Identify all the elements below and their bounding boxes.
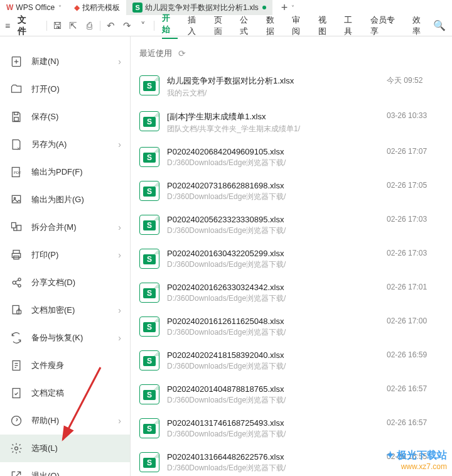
spreadsheet-icon: S [132, 3, 143, 13]
sidebar-item-9[interactable]: 文档加密(E)› [0, 296, 130, 324]
sidebar-icon [9, 221, 24, 234]
menu-page[interactable]: 页面 [214, 14, 230, 37]
file-row[interactable]: SP020240206842049609105.xlsxD:/360Downlo… [139, 142, 443, 176]
file-row[interactable]: SP020240202418158392040.xlsxD:/360Downlo… [139, 345, 443, 379]
file-row[interactable]: SP020240205623323330895.xlsxD:/360Downlo… [139, 210, 443, 244]
plus-icon: + [281, 1, 288, 14]
sidebar-icon [9, 193, 24, 206]
save-icon[interactable]: 🖫 [50, 20, 66, 31]
file-row[interactable]: SP020240201630432205299.xlsxD:/360Downlo… [139, 244, 443, 278]
hamburger-icon[interactable]: ≡ [5, 21, 10, 31]
file-row[interactable]: SP020240201626330324342.xlsxD:/360Downlo… [139, 278, 443, 311]
chevron-right-icon: › [118, 57, 121, 67]
file-time: 02-26 16:57 [387, 418, 443, 427]
menu-vip[interactable]: 会员专享 [370, 14, 402, 37]
sidebar-item-13[interactable]: 帮助(H)› [0, 407, 130, 435]
file-info: P020240201612611625048.xlsxD:/360Downloa… [167, 316, 387, 338]
file-type-icon: S [139, 215, 159, 235]
menu-start[interactable]: 开始 [162, 13, 178, 39]
sidebar-label: 打印(P) [31, 249, 58, 261]
chevron-down-icon: ˅ [291, 4, 294, 11]
file-info: P020240131664482622576.xlsxD:/360Downloa… [167, 452, 387, 473]
file-path: D:/360Downloads/Edge浏览器下载/ [167, 293, 387, 304]
menu-review[interactable]: 审阅 [292, 14, 308, 37]
file-info: P020240201404878818765.xlsxD:/360Downloa… [167, 384, 387, 406]
toolbar: ≡ 文件 🖫 ⇱ ⎙ ↶ ↷ ˅ 开始 插入 页面 公式 数据 审阅 视图 工具… [0, 15, 452, 36]
chevron-right-icon: › [118, 416, 121, 426]
menu-efficiency[interactable]: 效率 [412, 14, 429, 37]
sidebar-item-1[interactable]: 打开(O) [0, 75, 130, 103]
file-type-icon: S [139, 249, 159, 269]
separator [46, 21, 47, 31]
menu-insert[interactable]: 插入 [188, 14, 204, 37]
chevron-right-icon: › [118, 305, 121, 315]
file-name: P020240205623323330895.xlsx [167, 215, 387, 224]
undo-icon[interactable]: ↶ [103, 20, 119, 31]
sidebar-item-5[interactable]: 输出为图片(G) [0, 186, 130, 214]
file-type-icon: S [139, 75, 159, 95]
file-name: P020240207318662881698.xlsx [167, 181, 387, 190]
menu-formula[interactable]: 公式 [240, 14, 256, 37]
sidebar-item-10[interactable]: 备份与恢复(K)› [0, 324, 130, 352]
file-row[interactable]: SP020240207318662881698.xlsxD:/360Downlo… [139, 176, 443, 210]
svg-rect-2 [14, 117, 19, 121]
sidebar-item-15[interactable]: 退出(O) [0, 462, 130, 476]
export-icon[interactable]: ⇱ [65, 20, 82, 31]
watermark-title: ✦ 极光下载站 [386, 449, 447, 462]
sidebar-icon [9, 387, 24, 399]
redo-icon[interactable]: ↷ [119, 20, 136, 31]
sidebar-item-0[interactable]: 新建(N)› [0, 48, 130, 75]
sidebar-item-14[interactable]: 选项(L) [0, 435, 130, 462]
file-row[interactable]: SP020240201404878818765.xlsxD:/360Downlo… [139, 379, 443, 413]
sidebar-item-4[interactable]: PDF输出为PDF(F) [0, 158, 130, 186]
file-row[interactable]: SP020240131746168725493.xlsxD:/360Downlo… [139, 413, 443, 447]
dropdown-icon[interactable]: ˅ [135, 20, 151, 31]
file-type-icon: S [139, 384, 159, 404]
file-path: D:/360Downloads/Edge浏览器下载/ [167, 361, 387, 372]
new-tab-button[interactable]: + ˅ [272, 0, 304, 15]
svg-point-13 [18, 278, 21, 281]
menu-tools[interactable]: 工具 [344, 14, 360, 37]
sidebar-item-7[interactable]: 打印(P)› [0, 241, 130, 269]
file-time: 02-26 17:03 [387, 249, 443, 257]
file-name: P020240206842049609105.xlsx [167, 147, 387, 156]
template-tab[interactable]: ◆ 找稻壳模板 [68, 0, 126, 15]
sidebar-item-3[interactable]: 另存为(A)› [0, 131, 130, 158]
main-content: 新建(N)›打开(O)保存(S)另存为(A)›PDF输出为PDF(F)输出为图片… [0, 36, 452, 476]
chevron-right-icon: › [118, 250, 121, 260]
file-row[interactable]: SP020240201612611625048.xlsxD:/360Downlo… [139, 311, 443, 345]
sidebar-item-12[interactable]: 文档定稿 [0, 379, 130, 407]
file-path: D:/360Downloads/Edge浏览器下载/ [167, 192, 387, 202]
file-type-icon: S [139, 350, 159, 371]
template-icon: ◆ [74, 3, 80, 12]
file-row[interactable]: S[副本]学生期末成绩单1.xlsx团队文档/共享文件夹_学生期末成绩单1/03… [139, 106, 443, 142]
sidebar-icon [9, 332, 24, 344]
file-path: D:/360Downloads/Edge浏览器下载/ [167, 429, 387, 440]
separator [154, 21, 154, 31]
file-path: D:/360Downloads/Edge浏览器下载/ [167, 395, 387, 406]
chevron-right-icon: › [118, 139, 121, 149]
sidebar-label: 打开(O) [31, 84, 60, 95]
titlebar: W WPS Office ˅ ◆ 找稻壳模板 S 幼儿园竞争对手数据对比分析1.… [0, 0, 452, 15]
file-type-icon: S [139, 316, 159, 337]
file-row[interactable]: S幼儿园竞争对手数据对比分析1.xlsx我的云文档/今天 09:52 [139, 70, 443, 106]
menu-view[interactable]: 视图 [318, 14, 335, 37]
sidebar-item-11[interactable]: 文件瘦身 [0, 352, 130, 379]
sidebar-label: 另存为(A) [31, 139, 67, 150]
file-menu-button[interactable]: 文件 [14, 13, 38, 39]
file-path: D:/360Downloads/Edge浏览器下载/ [167, 225, 387, 236]
recent-header: 最近使用 ⟳ [139, 48, 443, 59]
watermark: ✦ 极光下载站 www.xz7.com [386, 449, 447, 471]
document-tab[interactable]: S 幼儿园竞争对手数据对比分析1.xls [126, 0, 272, 15]
search-icon[interactable]: 🔍 [433, 19, 446, 31]
sidebar-label: 退出(O) [31, 470, 60, 476]
sidebar-item-6[interactable]: 拆分合并(M)› [0, 214, 130, 241]
refresh-icon[interactable]: ⟳ [178, 48, 186, 58]
menu-data[interactable]: 数据 [266, 14, 282, 37]
print-icon[interactable]: ⎙ [82, 20, 98, 31]
sidebar-item-8[interactable]: 分享文档(D) [0, 269, 130, 296]
file-time: 今天 09:52 [387, 75, 443, 86]
recent-files-panel: 最近使用 ⟳ S幼儿园竞争对手数据对比分析1.xlsx我的云文档/今天 09:5… [131, 36, 452, 476]
sidebar-item-2[interactable]: 保存(S) [0, 103, 130, 131]
sidebar-icon [9, 359, 24, 372]
